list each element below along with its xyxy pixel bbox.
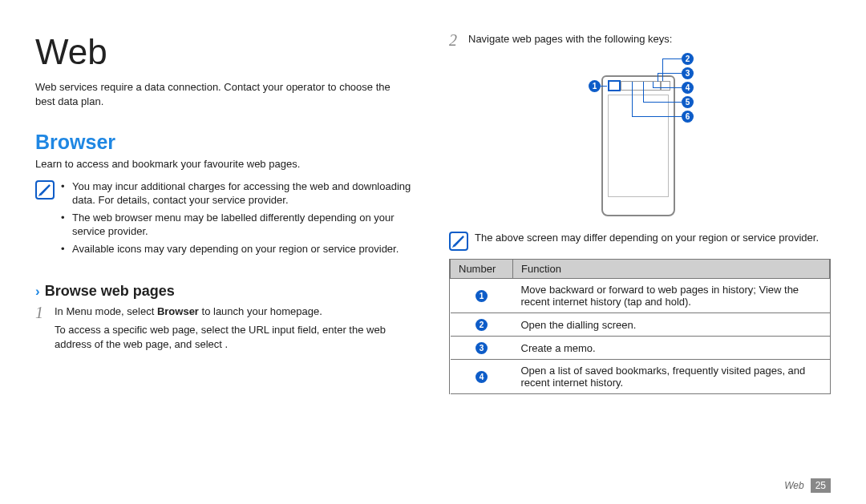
callout-1: 1 [589,80,601,92]
step-1: 1 In Menu mode, select Browser to launch… [35,304,417,352]
section-heading-browser: Browser [35,131,417,154]
row-function: Open the dialling screen. [513,313,830,337]
callout-2: 2 [682,53,694,65]
note-text-right: The above screen may differ depending on… [475,231,831,245]
section-subtext: Learn to access and bookmark your favour… [35,157,417,171]
phone-diagram: 1 2 3 4 5 6 [449,53,831,221]
step1-bold-browser: Browser [157,305,199,317]
subheading-row: › Browse web pages [35,283,417,300]
step-2: 2 Navigate web pages with the following … [449,32,831,48]
chevron-icon: › [35,284,40,298]
function-table: Number Function 1 Move backward or forwa… [450,259,830,394]
intro-text: Web services require a data connection. … [35,80,404,108]
page-footer: Web 25 [784,478,831,493]
th-function: Function [513,260,830,279]
lead-line [643,82,644,103]
step2-text: Navigate web pages with the following ke… [468,32,831,46]
table-row: 4 Open a list of saved bookmarks, freque… [451,360,830,394]
lead-line [632,116,682,117]
step-number: 2 [449,32,462,48]
note-icon [449,232,468,251]
toolbar-middle [621,81,661,91]
lead-line [658,73,658,82]
note-icon [35,180,55,200]
note-block-right: The above screen may differ depending on… [449,231,831,251]
left-column: Web Web services require a data connecti… [35,32,423,490]
table-row: 3 Create a memo. [451,337,830,360]
toolbar-button-highlight [608,80,621,91]
note-bullets: You may incur additional charges for acc… [61,179,417,260]
function-table-wrap: Number Function 1 Move backward or forwa… [449,259,831,394]
step-body: In Menu mode, select Browser to launch y… [55,304,417,352]
lead-line [658,73,682,74]
manual-page: Web Web services require a data connecti… [0,0,866,504]
phone-outline [601,75,675,216]
page-title: Web [35,32,417,72]
table-row: 2 Open the dialling screen. [451,313,830,337]
footer-section: Web [784,480,803,491]
th-number: Number [451,260,513,279]
row-function: Open a list of saved bookmarks, frequent… [513,360,830,394]
footer-page-number: 25 [811,478,831,493]
lead-line [632,82,633,117]
row-function: Create a memo. [513,337,830,360]
right-column: 2 Navigate web pages with the following … [443,32,831,490]
lead-line [601,86,607,87]
row-dot: 1 [475,290,488,302]
row-dot: 2 [475,319,488,331]
note-block: You may incur additional charges for acc… [35,179,417,260]
row-function: Move backward or forward to web pages in… [513,279,830,313]
note-bullet: The web browser menu may be labelled dif… [61,211,417,239]
callout-5: 5 [682,96,694,108]
subheading-browse-web-pages: Browse web pages [45,283,175,300]
step1-text-post: to launch your homepage. [199,305,322,317]
row-dot: 4 [475,371,488,383]
callout-6: 6 [682,111,694,123]
row-dot: 3 [475,342,488,354]
callout-3: 3 [682,67,694,79]
step1-secondary: To access a specific web page, select th… [55,323,417,352]
toolbar-plus [661,81,670,91]
table-row: 1 Move backward or forward to web pages … [451,279,830,313]
callout-4: 4 [682,82,694,94]
step1-text-pre: In Menu mode, select [55,305,157,317]
lead-line [662,58,682,59]
note-bullet: You may incur additional charges for acc… [61,179,417,208]
lead-line [662,58,663,81]
note-bullet: Available icons may vary depending on yo… [61,242,417,256]
lead-line [643,102,682,103]
lead-line [653,82,654,88]
step-number: 1 [35,304,48,321]
lead-line [653,87,682,88]
